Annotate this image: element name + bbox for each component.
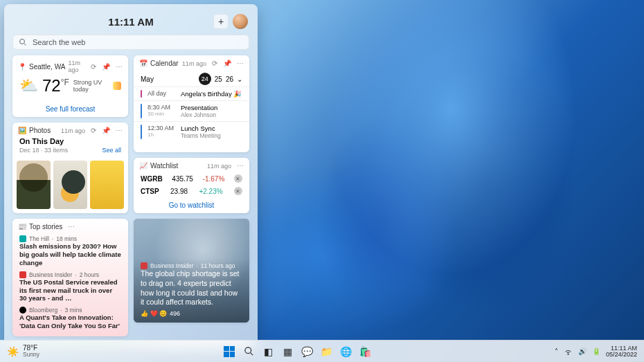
more-icon[interactable]: ⋯ [68,223,75,230]
wifi-icon[interactable] [564,347,573,356]
avatar[interactable] [233,14,248,29]
explorer-button[interactable]: 📁 [320,345,332,358]
search-placeholder: Search the web [33,38,85,46]
forecast-link[interactable]: See full forecast [12,101,128,117]
watchlist-row[interactable]: WGRB 435.75 -1.67% [134,172,249,185]
photos-title: Photos [29,127,51,134]
calendar-title: Calendar [150,60,179,67]
taskbar-center: ◧ ▦ 💬 📁 🌐 🛍️ [223,345,371,358]
start-button[interactable] [223,345,235,358]
more-icon[interactable]: ⋯ [237,162,244,170]
featured-headline: The global chip shortage is set to drag … [141,269,242,307]
battery-icon[interactable]: 🔋 [592,347,600,355]
widget-timestamp: 11m ago [182,60,206,67]
taskbar: ☀️ 78°F Sunny ◧ ▦ 💬 📁 🌐 🛍️ ˄ 🔊 🔋 11:11 A… [0,340,644,362]
location-icon: 📍 [18,63,26,71]
chat-button[interactable]: 💬 [301,345,313,358]
watchlist-icon: 📈 [139,162,147,170]
panel-time: 11:11 AM [48,16,213,28]
photos-widget[interactable]: 🖼️ Photos 11m ago ⟳ 📌 ⋯ On This Day Dec … [12,123,128,213]
widgets-button[interactable]: ▦ [281,345,294,358]
add-widget-button[interactable]: + [213,14,229,29]
more-icon[interactable]: ⋯ [237,60,244,67]
search-icon [19,38,27,46]
taskbar-weather[interactable]: ☀️ 78°F Sunny [7,345,39,358]
see-all-link[interactable]: See all [102,147,121,154]
calendar-event[interactable]: 8:30 AM30 min PresentationAlex Johnson [134,100,249,121]
featured-news-widget[interactable]: Business Insider · 11 hours ago The glob… [134,219,249,323]
weather-widget[interactable]: 📍 Seattle, WA 11m ago ⟳ 📌 ⋯ ⛅ 72°F Stron… [12,55,128,117]
chevron-up-icon[interactable]: ˄ [555,347,558,355]
volume-icon[interactable]: 🔊 [578,347,587,355]
widget-timestamp: 11m ago [207,163,231,170]
temperature: 72°F [42,76,69,96]
widgets-panel: 11:11 AM + Search the web 📍 Seattle, WA … [4,4,258,350]
weather-icon: ⛅ [19,77,38,95]
source-icon [141,262,147,269]
stories-title: Top stories [29,223,62,230]
photo-thumbnail[interactable] [90,161,124,209]
chevron-down-icon[interactable]: ⌄ [237,75,242,83]
more-icon[interactable]: ⋯ [116,127,123,134]
watchlist-row[interactable]: CTSP 23.98 +2.23% [134,185,249,197]
story-item[interactable]: The Hill · 18 mins Slash emissions by 20… [12,233,128,269]
svg-point-2 [568,354,569,354]
calendar-icon: 📅 [139,60,147,67]
photos-subline: Dec 18 · 33 items [19,147,68,154]
panel-header: 11:11 AM + [12,11,249,35]
photo-thumbnail[interactable] [17,161,51,209]
calendar-day[interactable]: 25 [215,75,222,83]
weather-condition: Strong UV today [73,79,109,93]
svg-point-1 [244,347,251,354]
calendar-month: May [141,75,154,83]
clock[interactable]: 11:11 AM 05/24/2022 [606,345,637,358]
photos-headline: On This Day [19,137,121,145]
refresh-icon[interactable]: ⟳ [91,63,96,71]
calendar-widget[interactable]: 📅 Calendar 11m ago ⟳ 📌 ⋯ May 24 25 26 ⌄ … [134,55,249,152]
story-item[interactable]: Bloomberg · 3 mins A Quant's Take on Inn… [12,305,128,332]
pin-icon[interactable]: 📌 [102,127,110,134]
widget-timestamp: 11m ago [61,127,85,134]
watchlist-title: Watchlist [150,162,178,170]
calendar-event[interactable]: All day Angela's Birthday 🎉 [134,87,249,100]
svg-point-0 [20,39,25,44]
remove-icon[interactable] [234,174,242,183]
uv-icon [113,82,121,90]
watchlist-widget[interactable]: 📈 Watchlist 11m ago ⋯ WGRB 435.75 -1.67%… [134,158,249,213]
pin-icon[interactable]: 📌 [223,60,231,67]
store-button[interactable]: 🛍️ [359,345,371,358]
calendar-day[interactable]: 26 [226,75,233,83]
search-input[interactable]: Search the web [12,35,249,50]
refresh-icon[interactable]: ⟳ [212,60,217,67]
story-item[interactable]: Business Insider · 2 hours The US Postal… [12,269,128,305]
search-button[interactable] [242,345,255,358]
edge-button[interactable]: 🌐 [339,345,352,358]
reactions[interactable]: 👍 ❤️ 😊 496 [141,310,242,317]
calendar-event[interactable]: 12:30 AM1h Lunch SyncTeams Meeting [134,121,249,142]
task-view-button[interactable]: ◧ [262,345,274,358]
watchlist-link[interactable]: Go to watchlist [134,197,249,213]
pin-icon[interactable]: 📌 [102,63,110,71]
remove-icon[interactable] [234,187,242,195]
news-icon: 📰 [18,223,26,230]
widget-timestamp: 11m ago [68,60,85,73]
refresh-icon[interactable]: ⟳ [91,127,96,134]
calendar-day-selected[interactable]: 24 [199,73,211,85]
weather-icon: ☀️ [7,346,19,357]
top-stories-widget[interactable]: 📰 Top stories ⋯ The Hill · 18 mins Slash… [12,219,128,336]
weather-location: Seattle, WA [29,63,65,71]
system-tray[interactable]: ˄ 🔊 🔋 11:11 AM 05/24/2022 [555,345,637,358]
more-icon[interactable]: ⋯ [116,63,123,71]
photo-thumbnail[interactable] [53,161,87,209]
photos-icon: 🖼️ [18,127,26,134]
